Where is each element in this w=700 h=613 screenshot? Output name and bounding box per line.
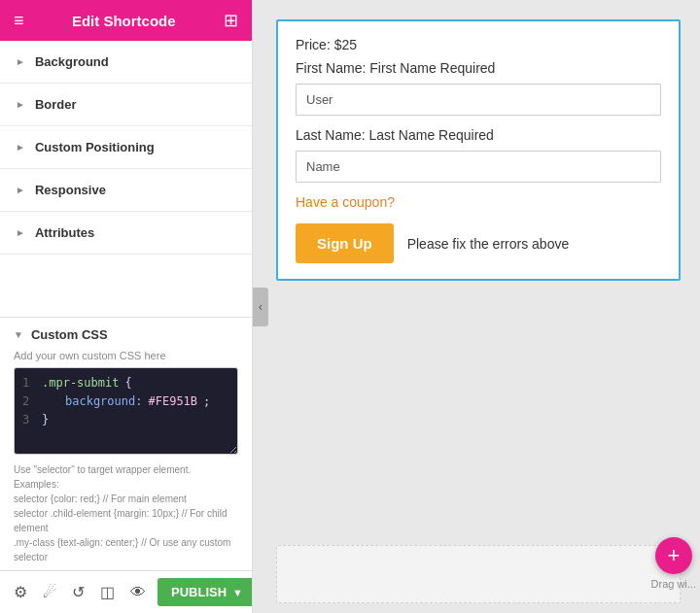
css-code-editor[interactable]: 1 .mpr-submit { 2 background: #FE951B ; … (14, 367, 238, 455)
publish-label: PUBLISH (171, 585, 227, 599)
publish-arrow-icon: ▼ (232, 587, 243, 598)
publish-button[interactable]: PUBLISH ▼ (158, 578, 253, 606)
accordion-item-responsive: ► Responsive (0, 169, 252, 212)
bottom-toolbar: ⚙ ☄ ↺ ◫ 👁 PUBLISH ▼ (0, 570, 252, 613)
accordion-item-attributes: ► Attributes (0, 212, 252, 255)
accordion-label-attributes: Attributes (35, 225, 94, 240)
accordion-header-responsive[interactable]: ► Responsive (0, 169, 252, 211)
accordion-label-border: Border (35, 97, 77, 112)
chevron-right-icon: ► (16, 99, 25, 110)
settings-icon[interactable]: ⚙ (10, 581, 31, 603)
accordion-header-custom-positioning[interactable]: ► Custom Positioning (0, 126, 252, 168)
refresh-icon[interactable]: ↺ (68, 581, 88, 603)
chevron-right-icon: ► (16, 185, 25, 195)
custom-css-section: ▼ Custom CSS Add your own custom CSS her… (0, 318, 252, 570)
line-num-3: 3 (22, 411, 36, 429)
collapse-panel-button[interactable]: ‹ (253, 288, 268, 326)
accordion-label-custom-positioning: Custom Positioning (35, 140, 155, 154)
plus-icon: + (668, 543, 681, 568)
first-name-input[interactable] (296, 84, 661, 116)
css-hint-text: Use "selector" to target wrapper element… (14, 462, 238, 564)
code-class: .mpr-submit (42, 374, 119, 392)
sign-up-button[interactable]: Sign Up (296, 223, 394, 263)
add-fab-button[interactable]: + (655, 537, 692, 574)
header-title: Edit Shortcode (72, 13, 176, 29)
menu-icon[interactable]: ≡ (14, 12, 24, 29)
preview-area-2 (253, 545, 700, 613)
code-property: background: (65, 392, 142, 411)
code-line-2: 2 background: #FE951B ; (22, 392, 229, 411)
line-num-1: 1 (22, 374, 36, 392)
chevron-down-icon: ▼ (14, 329, 23, 340)
eye-icon[interactable]: 👁 (126, 582, 150, 603)
custom-css-header[interactable]: ▼ Custom CSS (14, 327, 238, 342)
error-message: Please fix the errors above (407, 236, 570, 252)
chevron-right-icon: ► (16, 56, 25, 67)
last-name-input[interactable] (296, 151, 661, 183)
code-line-1: 1 .mpr-submit { (22, 374, 229, 392)
accordion-header-border[interactable]: ► Border (0, 84, 252, 125)
accordion-list: ► Background ► Border ► Custom Positioni… (0, 41, 252, 318)
accordion-item-custom-positioning: ► Custom Positioning (0, 126, 252, 169)
form-card: Price: $25 First Name: First Name Requir… (276, 19, 681, 281)
code-semi: ; (203, 392, 210, 411)
accordion-header-attributes[interactable]: ► Attributes (0, 212, 252, 254)
line-num-2: 2 (22, 392, 36, 411)
code-close-brace: } (42, 411, 49, 429)
first-name-label: First Name: First Name Required (296, 60, 661, 76)
accordion-item-border: ► Border (0, 84, 252, 126)
accordion-label-background: Background (35, 54, 109, 69)
accordion-header-background[interactable]: ► Background (0, 41, 252, 83)
last-name-label: Last Name: Last Name Required (296, 127, 661, 143)
editor-header: ≡ Edit Shortcode ⊞ (0, 0, 252, 41)
coupon-link[interactable]: Have a coupon? (296, 194, 661, 210)
form-card-placeholder (276, 545, 681, 603)
right-panel: ‹ Price: $25 First Name: First Name Requ… (253, 0, 700, 613)
left-panel: ≡ Edit Shortcode ⊞ ► Background ► Border… (0, 0, 253, 613)
accordion-label-responsive: Responsive (35, 183, 106, 197)
grid-icon[interactable]: ⊞ (224, 12, 238, 29)
drag-label: Drag wi... (651, 578, 696, 590)
chevron-right-icon: ► (16, 142, 25, 153)
form-bottom-row: Sign Up Please fix the errors above (296, 223, 661, 263)
code-line-3: 3 } (22, 411, 229, 429)
accordion-item-background: ► Background (0, 41, 252, 84)
monitor-icon[interactable]: ◫ (96, 581, 119, 603)
preview-area: Price: $25 First Name: First Name Requir… (253, 0, 700, 545)
chevron-right-icon: ► (16, 227, 25, 238)
layers-icon[interactable]: ☄ (39, 581, 60, 603)
code-value: #FE951B (148, 392, 197, 411)
price-label: Price: $25 (296, 37, 661, 52)
custom-css-hint: Add your own custom CSS here (14, 350, 238, 361)
custom-css-label: Custom CSS (31, 327, 108, 342)
code-open-brace: { (124, 374, 131, 392)
